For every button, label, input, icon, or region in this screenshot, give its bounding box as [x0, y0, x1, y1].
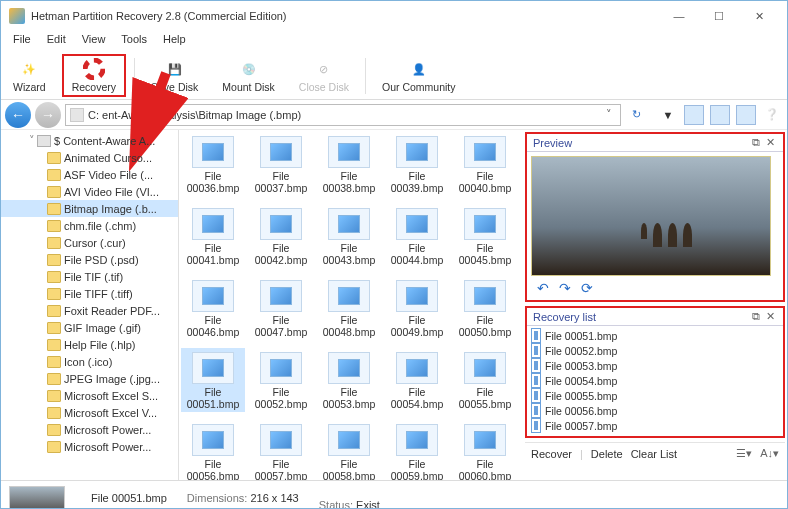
recovery-list-item[interactable]: File 00057.bmp	[531, 418, 779, 433]
file-item[interactable]: File00037.bmp	[249, 132, 313, 196]
file-item[interactable]: File00055.bmp	[453, 348, 517, 412]
recovery-popout-icon[interactable]: ⧉	[749, 310, 763, 323]
file-item[interactable]: File00059.bmp	[385, 420, 449, 480]
menu-view[interactable]: View	[74, 31, 114, 52]
recover-button[interactable]: Recover	[531, 448, 572, 460]
file-item[interactable]: File00043.bmp	[317, 204, 381, 268]
file-item[interactable]: File00042.bmp	[249, 204, 313, 268]
tree-item[interactable]: Cursor (.cur)	[1, 234, 178, 251]
recovery-list-item[interactable]: File 00052.bmp	[531, 343, 779, 358]
tree-item[interactable]: Help File (.hlp)	[1, 336, 178, 353]
save-disk-button[interactable]: 💾 Save Disk	[143, 56, 206, 95]
preview-popout-icon[interactable]: ⧉	[749, 136, 763, 149]
file-item[interactable]: File00060.bmp	[453, 420, 517, 480]
toolbar: ✨ Wizard Recovery 💾 Save Disk 💿 Mount Di…	[1, 52, 787, 100]
recovery-button[interactable]: Recovery	[62, 54, 126, 97]
menu-edit[interactable]: Edit	[39, 31, 74, 52]
tree-item[interactable]: AVI Video File (VI...	[1, 183, 178, 200]
size-value: 32 KB	[214, 506, 244, 510]
rotate-right-icon[interactable]: ↷	[559, 280, 571, 296]
menu-bar: File Edit View Tools Help	[1, 31, 787, 52]
tree-item[interactable]: File PSD (.psd)	[1, 251, 178, 268]
filter-icon[interactable]: ▼	[657, 104, 679, 126]
file-item[interactable]: File00052.bmp	[249, 348, 313, 412]
back-button[interactable]: ←	[5, 102, 31, 128]
file-item[interactable]: File00051.bmp	[181, 348, 245, 412]
recovery-label: Recovery	[72, 81, 116, 93]
recovery-list-item[interactable]: File 00056.bmp	[531, 403, 779, 418]
recovery-list-item[interactable]: File 00054.bmp	[531, 373, 779, 388]
maximize-button[interactable]: ☐	[699, 2, 739, 30]
help-icon[interactable]: ❔	[761, 104, 783, 126]
file-item[interactable]: File00057.bmp	[249, 420, 313, 480]
menu-help[interactable]: Help	[155, 31, 194, 52]
tree-item[interactable]: GIF Image (.gif)	[1, 319, 178, 336]
preview-close-icon[interactable]: ✕	[763, 136, 777, 149]
menu-tools[interactable]: Tools	[113, 31, 155, 52]
forward-button: →	[35, 102, 61, 128]
tree-item[interactable]: Animated Curso...	[1, 149, 178, 166]
recovery-list-item[interactable]: File 00051.bmp	[531, 328, 779, 343]
close-button[interactable]: ✕	[739, 2, 779, 30]
clear-list-button[interactable]: Clear List	[631, 448, 677, 460]
file-grid[interactable]: File00036.bmpFile00037.bmpFile00038.bmpF…	[179, 130, 523, 480]
address-dropdown-icon[interactable]: ˅	[602, 108, 616, 121]
file-item[interactable]: File00047.bmp	[249, 276, 313, 340]
tree-item[interactable]: File TIF (.tif)	[1, 268, 178, 285]
tree-item[interactable]: Foxit Reader PDF...	[1, 302, 178, 319]
tree-item[interactable]: Microsoft Excel V...	[1, 404, 178, 421]
recovery-list-item[interactable]: File 00053.bmp	[531, 358, 779, 373]
refresh-button[interactable]: ↻	[625, 104, 647, 126]
file-item[interactable]: File00036.bmp	[181, 132, 245, 196]
recovery-list-item[interactable]: File 00055.bmp	[531, 388, 779, 403]
file-item[interactable]: File00048.bmp	[317, 276, 381, 340]
tree-item[interactable]: File TIFF (.tiff)	[1, 285, 178, 302]
view-mode-1[interactable]	[683, 104, 705, 126]
tree-item[interactable]: JPEG Image (.jpg...	[1, 370, 178, 387]
app-icon	[9, 8, 25, 24]
file-item[interactable]: File00038.bmp	[317, 132, 381, 196]
tree-item[interactable]: Microsoft Power...	[1, 421, 178, 438]
file-item[interactable]: File00045.bmp	[453, 204, 517, 268]
close-disk-button: ⊘ Close Disk	[291, 56, 357, 95]
file-item[interactable]: File00046.bmp	[181, 276, 245, 340]
tree-item[interactable]: ASF Video File (...	[1, 166, 178, 183]
drive-icon	[70, 108, 84, 122]
file-item[interactable]: File00049.bmp	[385, 276, 449, 340]
list-options-icon[interactable]: ☰▾	[736, 447, 752, 460]
dimensions-value: 216 x 143	[250, 492, 298, 504]
rotate-left-icon[interactable]: ↶	[537, 280, 549, 296]
file-item[interactable]: File00054.bmp	[385, 348, 449, 412]
tree-item[interactable]: Microsoft Power...	[1, 438, 178, 455]
file-item[interactable]: File00053.bmp	[317, 348, 381, 412]
view-mode-3[interactable]	[735, 104, 757, 126]
mount-disk-button[interactable]: 💿 Mount Disk	[214, 56, 283, 95]
menu-file[interactable]: File	[5, 31, 39, 52]
lifesaver-icon	[83, 58, 105, 80]
preview-panel: Preview ⧉ ✕ ↶ ↷ ⟳	[525, 132, 785, 302]
minimize-button[interactable]: ―	[659, 2, 699, 30]
file-item[interactable]: File00040.bmp	[453, 132, 517, 196]
tree-item[interactable]: Microsoft Excel S...	[1, 387, 178, 404]
view-mode-2[interactable]	[709, 104, 731, 126]
delete-button[interactable]: Delete	[591, 448, 623, 460]
disk-save-icon: 💾	[164, 58, 186, 80]
tree-item[interactable]: Bitmap Image (.b...	[1, 200, 178, 217]
tree-item[interactable]: Icon (.ico)	[1, 353, 178, 370]
community-button[interactable]: 👤 Our Community	[374, 56, 464, 95]
refresh-preview-icon[interactable]: ⟳	[581, 280, 593, 296]
tree-view[interactable]: ˅$ Content-Aware A...Animated Curso...AS…	[1, 130, 179, 480]
tree-root[interactable]: ˅$ Content-Aware A...	[1, 132, 178, 149]
file-item[interactable]: File00039.bmp	[385, 132, 449, 196]
file-item[interactable]: File00050.bmp	[453, 276, 517, 340]
file-item[interactable]: File00058.bmp	[317, 420, 381, 480]
file-item[interactable]: File00041.bmp	[181, 204, 245, 268]
address-field[interactable]: C: ent-Aware Analysis\Bitmap Image (.bmp…	[65, 104, 621, 126]
recovery-list-title: Recovery list	[533, 311, 749, 323]
sort-icon[interactable]: A↓▾	[760, 447, 779, 460]
file-item[interactable]: File00056.bmp	[181, 420, 245, 480]
wizard-button[interactable]: ✨ Wizard	[5, 56, 54, 95]
recovery-close-icon[interactable]: ✕	[763, 310, 777, 323]
file-item[interactable]: File00044.bmp	[385, 204, 449, 268]
tree-item[interactable]: chm.file (.chm)	[1, 217, 178, 234]
